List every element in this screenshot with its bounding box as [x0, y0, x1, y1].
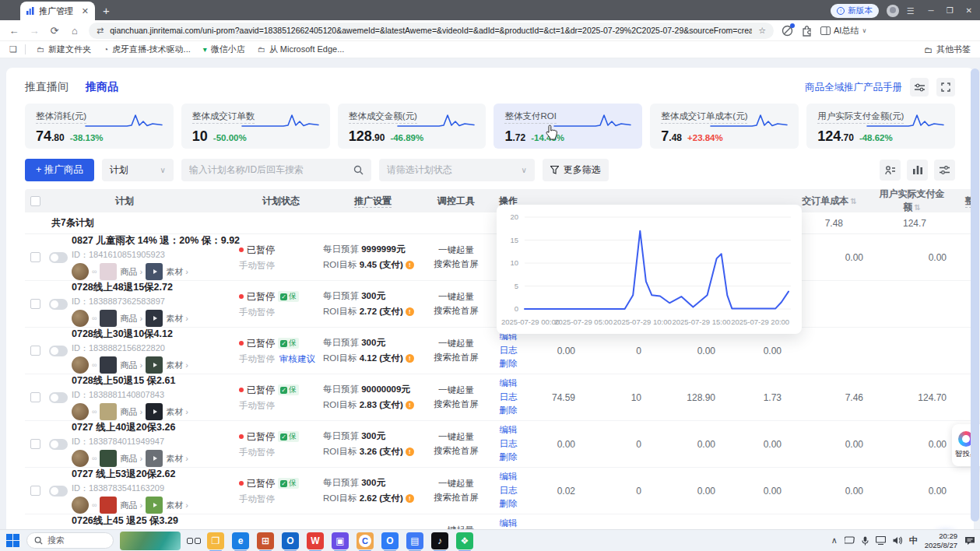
plan-title[interactable]: 0728线上30退10保4.12: [72, 328, 173, 339]
header-setting[interactable]: 推广设置: [323, 195, 423, 208]
bookmark-item[interactable]: 🗀新建文件夹: [37, 44, 91, 55]
row-checkbox[interactable]: [30, 486, 40, 496]
fullscreen-icon[interactable]: [936, 78, 955, 97]
row-toggle[interactable]: [49, 439, 68, 450]
one-click-boost-link[interactable]: 一键起量: [423, 524, 490, 529]
row-checkbox[interactable]: [30, 346, 40, 356]
url-text[interactable]: qianchuan.jinritemai.com/uni-prom?aavid=…: [110, 26, 752, 35]
header-user-paid[interactable]: 用户实际支付金额⇅: [877, 188, 961, 214]
row-toggle[interactable]: [49, 252, 68, 263]
info-icon[interactable]: !: [406, 261, 414, 269]
edit-link[interactable]: 编辑: [490, 517, 527, 529]
delete-link[interactable]: 删除: [490, 451, 527, 465]
log-link[interactable]: 日志: [490, 344, 527, 358]
row-toggle[interactable]: [49, 486, 68, 497]
material-thumbnail[interactable]: [146, 310, 163, 327]
product-thumbnail[interactable]: [100, 403, 117, 420]
plan-title[interactable]: 0727 线上53退20保2.62: [72, 469, 175, 479]
edit-link[interactable]: 编辑: [490, 423, 527, 437]
site-permissions-icon[interactable]: ⇄: [97, 26, 104, 36]
edit-link[interactable]: 编辑: [490, 377, 527, 391]
green-app-icon[interactable]: ❖: [456, 532, 473, 549]
tab-products[interactable]: 推商品: [86, 80, 118, 94]
start-button[interactable]: [5, 533, 20, 549]
magnifier-icon[interactable]: [353, 165, 364, 175]
product-link[interactable]: 商品: [120, 500, 142, 511]
product-link[interactable]: 商品: [120, 360, 142, 371]
notification-icon[interactable]: [964, 536, 975, 546]
qianchuan-app-icon[interactable]: C: [357, 532, 374, 549]
window-minimize-button[interactable]: ─: [929, 7, 934, 15]
window-restore-button[interactable]: ❐: [947, 7, 954, 15]
meeting-icon[interactable]: ▣: [332, 532, 349, 549]
plan-search-input[interactable]: [189, 164, 337, 175]
extensions-puzzle-icon[interactable]: [801, 25, 813, 37]
one-click-boost-link[interactable]: 一键起量: [423, 290, 490, 304]
row-checkbox[interactable]: [30, 299, 40, 309]
reload-icon[interactable]: ⟳: [48, 25, 61, 37]
address-bar[interactable]: ⇄ qianchuan.jinritemai.com/uni-prom?aavi…: [89, 23, 774, 39]
metric-card[interactable]: 整体成交订单成本(元) 7.48 +23.84%: [650, 104, 799, 149]
speaker-icon[interactable]: [893, 536, 902, 545]
weather-widget[interactable]: [120, 532, 181, 550]
metric-card[interactable]: 用户实际支付金额(元) 124.70 -48.62%: [806, 104, 955, 149]
vertical-scrollbar[interactable]: [971, 68, 979, 521]
info-icon[interactable]: !: [406, 401, 414, 409]
material-thumbnail[interactable]: [146, 450, 163, 467]
select-all-checkbox[interactable]: [30, 196, 40, 206]
touchpad-icon[interactable]: [845, 536, 855, 545]
header-tools[interactable]: 调控工具: [423, 195, 490, 208]
delete-link[interactable]: 删除: [490, 357, 527, 371]
product-thumbnail[interactable]: [100, 310, 117, 327]
info-icon[interactable]: !: [406, 354, 414, 363]
review-suggestion-link[interactable]: 审核建议: [279, 353, 315, 365]
product-manual-link[interactable]: 商品全域推广产品手册: [805, 81, 902, 94]
metric-card[interactable]: 整体消耗(元) 74.80 -38.13%: [25, 104, 174, 149]
home-icon[interactable]: ⌂: [68, 25, 81, 37]
plan-title[interactable]: 0726线上45 退25 保3.29: [72, 515, 178, 526]
row-checkbox[interactable]: [30, 439, 40, 449]
info-icon[interactable]: !: [406, 307, 414, 316]
new-tab-button[interactable]: +: [103, 4, 110, 17]
outlook-icon[interactable]: O: [282, 532, 299, 549]
plan-title[interactable]: 0728线上48退15保2.72: [72, 282, 173, 293]
custom-columns-icon[interactable]: [880, 160, 901, 181]
search-screen-link[interactable]: 搜索抢首屏: [423, 351, 490, 365]
side-panel-icon[interactable]: ❏: [9, 44, 26, 54]
one-click-boost-link[interactable]: 一键起量: [423, 244, 490, 258]
search-screen-link[interactable]: 搜索抢首屏: [423, 444, 490, 458]
product-link[interactable]: 商品: [120, 406, 142, 418]
plan-title[interactable]: 0727 线上40退20保3.26: [72, 422, 175, 433]
plan-title[interactable]: 0728线上50退15 保2.61: [72, 375, 175, 386]
log-link[interactable]: 日志: [490, 484, 527, 498]
metric-card[interactable]: 整体成交订单数 10 -50.00%: [181, 104, 330, 149]
log-link[interactable]: 日志: [490, 437, 527, 451]
header-status[interactable]: 计划状态: [239, 195, 323, 208]
one-click-boost-link[interactable]: 一键起量: [423, 384, 490, 398]
ai-summary-button[interactable]: AI总结 ∨: [820, 25, 866, 37]
metric-card[interactable]: 整体成交金额(元) 128.90 -46.89%: [338, 104, 486, 149]
material-link[interactable]: 素材: [166, 500, 188, 511]
column-chart-icon[interactable]: [907, 160, 928, 181]
plan-type-select[interactable]: 计划∨: [102, 159, 174, 181]
browser-tab[interactable]: 推广管理 ✕: [20, 2, 95, 20]
taskbar-search[interactable]: 搜索: [26, 532, 114, 549]
microphone-icon[interactable]: [862, 536, 869, 546]
bookmark-item[interactable]: 🗀从 Microsoft Edge...: [258, 44, 345, 55]
window-close-button[interactable]: ✕: [966, 7, 972, 15]
product-thumbnail[interactable]: [100, 356, 117, 374]
docs-icon[interactable]: ▤: [406, 532, 423, 549]
tab-live-room[interactable]: 推直播间: [25, 80, 68, 94]
edge-icon[interactable]: e: [232, 532, 249, 549]
task-view-button[interactable]: [187, 538, 201, 544]
browser-menu-icon[interactable]: ☰: [907, 6, 915, 16]
plan-status-select[interactable]: 请筛选计划状态∨: [379, 159, 535, 181]
wps-icon[interactable]: W: [307, 532, 324, 549]
product-thumbnail[interactable]: [100, 497, 117, 514]
one-click-boost-link[interactable]: 一键起量: [423, 337, 490, 351]
product-link[interactable]: 商品: [120, 453, 142, 465]
log-link[interactable]: 日志: [490, 391, 527, 405]
bookmark-item[interactable]: ◔虎牙直播-技术驱动...: [104, 44, 191, 55]
product-thumbnail[interactable]: [100, 263, 117, 280]
metric-card[interactable]: 整体支付ROI 1.72 -14.43%: [494, 104, 642, 149]
